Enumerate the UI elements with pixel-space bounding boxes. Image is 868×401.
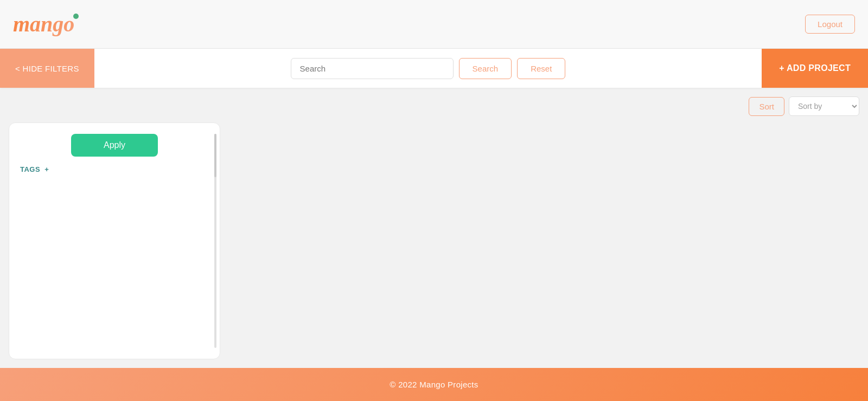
sort-bar: Sort Sort by Name Date Status <box>9 96 859 116</box>
filter-scroll-thumb <box>214 134 216 177</box>
logo-text: mango <box>13 12 74 36</box>
footer-copyright: © 2022 Mango Projects <box>390 380 478 389</box>
footer: © 2022 Mango Projects <box>0 368 868 401</box>
tags-section: TAGS + <box>20 165 209 173</box>
sort-button[interactable]: Sort <box>749 97 784 116</box>
logout-button[interactable]: Logout <box>805 15 855 34</box>
tags-label: TAGS + <box>20 165 209 173</box>
reset-button[interactable]: Reset <box>517 58 565 79</box>
logo-dot-icon <box>73 14 79 19</box>
sort-by-select[interactable]: Sort by Name Date Status <box>789 96 859 116</box>
search-button[interactable]: Search <box>459 58 512 79</box>
tags-add-icon[interactable]: + <box>44 165 49 173</box>
content-row: Apply TAGS + <box>9 122 859 359</box>
apply-button[interactable]: Apply <box>71 134 158 157</box>
toolbar: < HIDE FILTERS Search Reset + ADD PROJEC… <box>0 49 868 88</box>
main-content: Sort Sort by Name Date Status Apply TAGS… <box>0 88 868 368</box>
logo: mango <box>13 11 74 37</box>
hide-filters-button[interactable]: < HIDE FILTERS <box>0 49 94 88</box>
projects-area <box>229 122 859 359</box>
header: mango Logout <box>0 0 868 49</box>
filters-panel: Apply TAGS + <box>9 122 220 359</box>
search-input[interactable] <box>291 58 454 79</box>
add-project-button[interactable]: + ADD PROJECT <box>762 49 868 88</box>
search-area: Search Reset <box>101 58 756 79</box>
filter-scroll-indicator <box>214 134 216 348</box>
